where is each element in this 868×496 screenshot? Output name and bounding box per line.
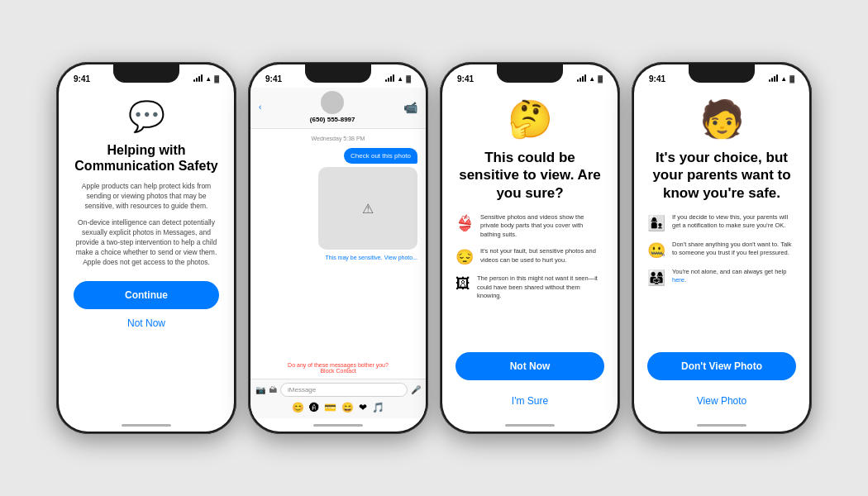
phone1-desc1: Apple products can help protect kids fro… bbox=[74, 182, 219, 212]
notch-4 bbox=[689, 64, 755, 83]
signal-icon-2 bbox=[385, 75, 394, 82]
talk-icon: 🤐 bbox=[647, 241, 665, 260]
dont-view-button[interactable]: Don't View Photo bbox=[647, 352, 796, 380]
input-row: 📷 🏔 iMessage 🎤 bbox=[255, 383, 421, 397]
phone3: 9:41 ▲ ▓ 🤔 This could be sensitive to vi… bbox=[440, 62, 620, 434]
phone4-buttons: Don't View Photo View Photo bbox=[647, 352, 796, 407]
status-icons-1: ▲ ▓ bbox=[193, 75, 219, 83]
view-photo-button[interactable]: View Photo bbox=[697, 395, 747, 407]
contact-avatar bbox=[321, 91, 344, 114]
phones-container: 9:41 ▲ ▓ 💬 Helping with Communication Sa… bbox=[40, 45, 828, 451]
phone2: 9:41 ▲ ▓ ‹ (650) 555-8997 📹 bbox=[248, 62, 428, 434]
info-item-3: 👨‍👩‍👧 You're not alone, and can always g… bbox=[647, 268, 796, 287]
person-emoji: 🧑 bbox=[699, 98, 745, 141]
reason-item-1: 👙 Sensitive photos and videos show the p… bbox=[455, 213, 604, 240]
reason-item-3: 🖼 The person in this might not want it s… bbox=[455, 274, 604, 301]
notification-icon: 👩‍👦 bbox=[647, 214, 665, 232]
not-now-button-1[interactable]: Not Now bbox=[127, 317, 165, 329]
signal-icon-4 bbox=[769, 75, 778, 82]
status-icons-3: ▲ ▓ bbox=[577, 75, 603, 83]
info-text-1: If you decide to view this, your parents… bbox=[672, 213, 796, 231]
apps-icon[interactable]: 🏔 bbox=[269, 385, 277, 394]
signal-icon bbox=[193, 75, 203, 82]
sensitive-note: This may be sensitive. View photo... bbox=[325, 255, 417, 260]
wifi-icon-4: ▲ bbox=[780, 75, 787, 83]
help-icon: 👨‍👩‍👧 bbox=[647, 269, 665, 287]
emoji-heart[interactable]: ❤ bbox=[359, 402, 367, 413]
block-contact-link[interactable]: Block Contact bbox=[320, 368, 355, 374]
phone4-content: 🧑 It's your choice, but your parents wan… bbox=[634, 88, 809, 418]
wifi-icon-3: ▲ bbox=[589, 75, 595, 83]
time-1: 9:41 bbox=[74, 74, 90, 83]
signal-icon-3 bbox=[577, 75, 586, 82]
emoji-face[interactable]: 😊 bbox=[292, 402, 304, 413]
apple-pay[interactable]: 💳 bbox=[324, 402, 336, 413]
phone2-wrapper: 9:41 ▲ ▓ ‹ (650) 555-8997 📹 bbox=[248, 62, 428, 434]
phone1-desc2: On-device intelligence can detect potent… bbox=[74, 218, 219, 267]
sure-button[interactable]: I'm Sure bbox=[512, 395, 548, 407]
info-text-3: You're not alone, and can always get hel… bbox=[672, 268, 796, 285]
info-item-1: 👩‍👦 If you decide to view this, your par… bbox=[647, 213, 796, 232]
imessage-input[interactable]: iMessage bbox=[280, 383, 408, 397]
back-button[interactable]: ‹ bbox=[259, 103, 261, 112]
messages-area: Wednesday 5:38 PM Check out this photo ⚠… bbox=[250, 129, 426, 357]
emoji-row: 😊 🅐 💳 😄 ❤ 🎵 bbox=[255, 400, 421, 415]
continue-button[interactable]: Continue bbox=[74, 281, 219, 309]
phone1: 9:41 ▲ ▓ 💬 Helping with Communication Sa… bbox=[56, 62, 236, 434]
here-link[interactable]: here bbox=[672, 276, 684, 284]
battery-icon-4: ▓ bbox=[789, 75, 794, 83]
emoji-appstore[interactable]: 🅐 bbox=[309, 402, 319, 413]
home-indicator-1 bbox=[59, 418, 234, 432]
reason-text-3: The person in this might not want it see… bbox=[477, 274, 604, 301]
phone3-buttons: Not Now I'm Sure bbox=[455, 352, 604, 407]
home-indicator-2 bbox=[250, 418, 426, 432]
chat-icon: 💬 bbox=[128, 99, 165, 134]
battery-icon-3: ▓ bbox=[598, 75, 603, 83]
battery-icon: ▓ bbox=[214, 75, 219, 83]
reason-text-2: It's not your fault, but sensitive photo… bbox=[480, 247, 604, 265]
battery-icon-2: ▓ bbox=[406, 75, 411, 83]
notch-2 bbox=[305, 64, 371, 83]
info-item-2: 🤐 Don't share anything you don't want to… bbox=[647, 241, 796, 260]
info-text-2: Don't share anything you don't want to. … bbox=[672, 241, 796, 258]
phone4-title: It's your choice, but your parents want … bbox=[647, 149, 796, 202]
photo-icon: 🖼 bbox=[455, 275, 470, 293]
reason-item-2: 😔 It's not your fault, but sensitive pho… bbox=[455, 247, 604, 266]
emoji-music[interactable]: 🎵 bbox=[372, 402, 384, 413]
not-now-button-3[interactable]: Not Now bbox=[455, 352, 604, 380]
time-3: 9:41 bbox=[457, 74, 474, 83]
phone1-wrapper: 9:41 ▲ ▓ 💬 Helping with Communication Sa… bbox=[56, 62, 236, 434]
time-2: 9:41 bbox=[265, 74, 282, 83]
home-indicator-3 bbox=[442, 418, 618, 432]
contact-name: (650) 555-8997 bbox=[310, 116, 355, 123]
emoji-memoji[interactable]: 😄 bbox=[341, 402, 354, 413]
sent-message: Check out this photo bbox=[344, 148, 417, 164]
mic-icon[interactable]: 🎤 bbox=[411, 385, 421, 394]
phone3-title: This could be sensitive to view. Are you… bbox=[455, 149, 604, 202]
message-timestamp: Wednesday 5:38 PM bbox=[259, 136, 417, 141]
messages-header: ‹ (650) 555-8997 📹 bbox=[250, 88, 426, 129]
input-icons: 📷 🏔 bbox=[255, 385, 277, 394]
wifi-icon-2: ▲ bbox=[397, 75, 403, 83]
block-contact-area: Do any of these messages bother you? Blo… bbox=[250, 357, 426, 379]
sad-face-icon: 😔 bbox=[455, 248, 474, 266]
bathing-suit-icon: 👙 bbox=[455, 214, 474, 232]
home-indicator-4 bbox=[634, 418, 809, 432]
view-photo-link[interactable]: View photo... bbox=[384, 255, 417, 260]
phone3-wrapper: 9:41 ▲ ▓ 🤔 This could be sensitive to vi… bbox=[440, 62, 620, 434]
camera-icon[interactable]: 📷 bbox=[255, 385, 265, 394]
status-icons-2: ▲ ▓ bbox=[385, 75, 411, 83]
video-call-icon[interactable]: 📹 bbox=[403, 101, 417, 114]
status-icons-4: ▲ ▓ bbox=[769, 75, 794, 83]
notch bbox=[113, 64, 179, 83]
notch-3 bbox=[497, 64, 563, 83]
phone1-content: 💬 Helping with Communication Safety Appl… bbox=[59, 88, 234, 418]
wifi-icon: ▲ bbox=[205, 75, 212, 83]
time-4: 9:41 bbox=[649, 74, 665, 83]
contact-info: (650) 555-8997 bbox=[310, 91, 355, 123]
photo-placeholder: ⚠ bbox=[318, 167, 417, 250]
phone4: 9:41 ▲ ▓ 🧑 It's your choice, but your pa… bbox=[632, 62, 812, 434]
phone1-title: Helping with Communication Safety bbox=[74, 142, 219, 174]
warning-icon: ⚠ bbox=[362, 201, 374, 217]
reason-text-1: Sensitive photos and videos show the pri… bbox=[480, 213, 604, 240]
